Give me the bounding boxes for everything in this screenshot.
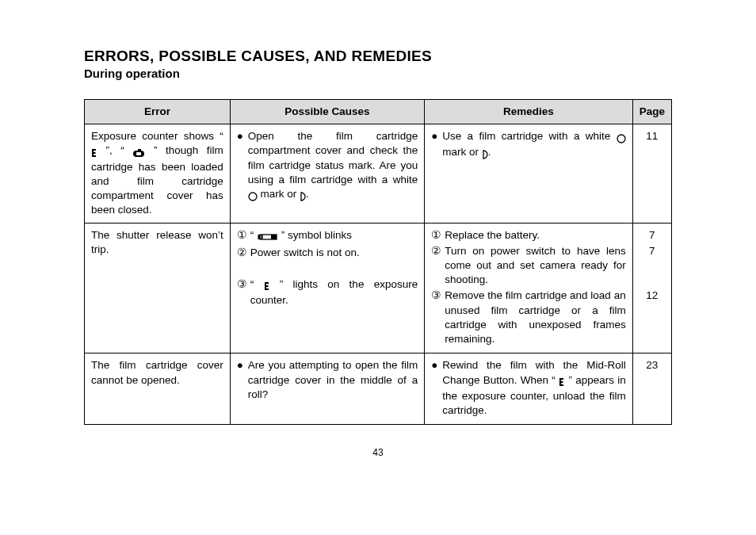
text: Use a film cartridge with a white mark o…	[442, 129, 626, 161]
text: Use a film cartridge with a white	[442, 130, 617, 142]
bullet-icon: ●	[237, 129, 248, 203]
cell-remedy: ● Use a film cartridge with a white mark…	[425, 124, 633, 223]
text: Open the film cartridge compartment cove…	[248, 130, 418, 185]
text: mark or	[258, 188, 300, 200]
cell-remedy: ● Rewind the film with the Mid-Roll Chan…	[425, 353, 633, 425]
text: ” symbol blinks	[278, 229, 352, 241]
cell-cause: ● Open the film cartridge compartment co…	[230, 124, 424, 223]
cell-cause: ① “ ” symbol blinks ② Power switch is no…	[230, 223, 424, 353]
cartridge-icon	[132, 145, 145, 159]
halfmoon-icon	[300, 189, 306, 203]
table-row: The film cartridge cover cannot be opene…	[85, 353, 672, 425]
cell-page: 11	[632, 124, 671, 223]
text: ”, “	[97, 144, 132, 156]
circled-three-icon: ③	[431, 289, 445, 346]
header-causes: Possible Causes	[230, 100, 424, 124]
text: .	[488, 146, 491, 158]
text: “ ” lights on the exposure counter.	[250, 277, 418, 308]
circled-one-icon: ①	[237, 228, 250, 244]
text: Remove the film cartridge and load an un…	[445, 289, 626, 346]
e-icon	[91, 145, 97, 159]
header-error: Error	[85, 100, 231, 124]
circle-icon	[617, 131, 626, 145]
cell-remedy: ① Replace the battery. ② Turn on power s…	[425, 223, 633, 353]
text: .	[306, 188, 309, 200]
bullet-icon: ●	[237, 358, 248, 402]
e-icon	[264, 279, 270, 293]
text: Power switch is not on.	[250, 246, 418, 260]
circled-two-icon: ②	[431, 244, 445, 288]
troubleshooting-table: Error Possible Causes Remedies Page Expo…	[84, 99, 672, 425]
circle-icon	[248, 189, 258, 203]
circled-three-icon: ③	[237, 277, 250, 308]
text: “ ” symbol blinks	[250, 228, 418, 244]
page-ref: 7	[640, 228, 665, 243]
cell-error: The film cartridge cover cannot be opene…	[85, 353, 231, 425]
cell-page: 23	[632, 353, 671, 425]
page-title: ERRORS, POSSIBLE CAUSES, AND REMEDIES	[84, 48, 672, 65]
table-header-row: Error Possible Causes Remedies Page	[85, 100, 672, 124]
page-number: 43	[84, 447, 672, 458]
table-row: Exposure counter shows “ ”, “ ” though f…	[85, 124, 672, 223]
header-remedies: Remedies	[425, 100, 633, 124]
text: ” lights on the exposure counter.	[250, 278, 418, 306]
text: Exposure counter shows	[91, 130, 214, 142]
text: mark or	[442, 146, 482, 158]
bullet-icon: ●	[431, 129, 442, 161]
header-page: Page	[632, 100, 671, 124]
text: Open the film cartridge compartment cove…	[248, 129, 418, 203]
page-ref: 12	[640, 289, 665, 303]
circled-one-icon: ①	[431, 228, 445, 243]
cell-error: Exposure counter shows “ ”, “ ” though f…	[85, 124, 231, 223]
halfmoon-icon	[482, 147, 488, 161]
circled-two-icon: ②	[237, 246, 250, 260]
cell-cause: ● Are you attempting to open the film ca…	[230, 353, 424, 425]
text: “	[250, 278, 264, 290]
cell-error: The shutter release won’t trip.	[85, 223, 231, 353]
text: Rewind the film with the Mid-Roll Change…	[442, 358, 626, 418]
cell-page: 7 7 12	[632, 223, 671, 353]
battery-icon	[257, 230, 278, 244]
page-subtitle: During operation	[84, 67, 672, 80]
text: Are you attempting to open the film cart…	[248, 358, 418, 402]
text: “	[220, 130, 223, 142]
text: Turn on power switch to have lens come o…	[445, 244, 626, 288]
table-row: The shutter release won’t trip. ① “ ” sy…	[85, 223, 672, 353]
text: Replace the battery.	[445, 228, 626, 243]
text: “	[250, 229, 257, 241]
bullet-icon: ●	[431, 358, 442, 418]
page-ref: 7	[640, 244, 665, 258]
e-icon	[559, 375, 565, 389]
